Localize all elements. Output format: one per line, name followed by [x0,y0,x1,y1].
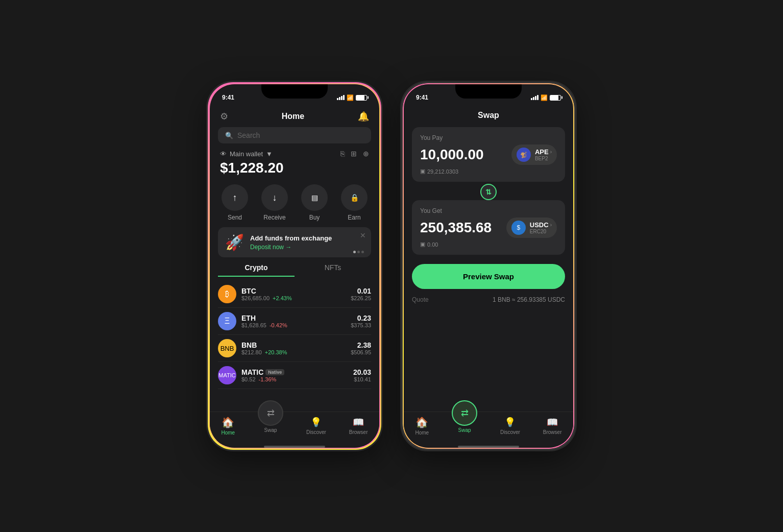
wallet-sub-icon: ▣ [420,168,425,175]
home-icon: 🏠 [415,416,428,428]
get-sub-amount: ▣ 0.00 [420,241,557,248]
pay-amount[interactable]: 10,000.00 [420,147,484,163]
swap-circle: ⇄ [452,400,477,426]
discover-icon: 💡 [310,417,322,428]
nav-home-label: Home [221,430,235,436]
page-title: Home [282,112,304,121]
send-button[interactable]: ↑ Send [222,184,248,221]
qr-icon[interactable]: ⊞ [351,150,357,158]
btc-value: 0.01 $226.25 [351,287,371,301]
buy-button[interactable]: ▤ Buy [301,184,328,221]
browser-icon: 📖 [547,417,558,428]
you-pay-row: 10,000.00 🐒 APE › BEP2 [420,144,557,165]
battery-icon [550,95,561,101]
wallet-action-icons: ⎘ ⊞ ⊕ [340,150,369,158]
tab-crypto[interactable]: Crypto [218,263,295,277]
discover-icon: 💡 [504,417,516,428]
preview-swap-button[interactable]: Preview Swap [412,264,565,289]
bell-icon[interactable]: 🔔 [358,111,369,122]
notch [455,84,522,99]
phone-home: 9:41 📶 ⚙ Home 🔔 [208,82,381,450]
swap-direction-icon[interactable]: ⇅ [480,184,497,200]
crypto-list: ₿ BTC $26,685.00 +2.43% 0.01 $226.25 [210,281,379,412]
swap-page-title: Swap [478,111,499,120]
home-header: ⚙ Home 🔔 [210,107,379,127]
eth-icon: Ξ [218,312,236,330]
swap-direction-divider: ⇅ [404,184,573,200]
signal-icon [531,95,539,100]
eth-info: ETH $1,628.65 -0.42% [241,314,287,328]
native-badge: Native [265,369,284,375]
bnb-value: 2.38 $506.95 [351,341,371,355]
status-icons: 📶 [337,94,367,101]
bnb-info: BNB $212.80 +20.38% [241,341,287,355]
quote-value: 1 BNB ≈ 256.93385 USDC [493,296,565,303]
chevron-down-icon: ▼ [266,150,273,158]
you-pay-label: You Pay [420,134,557,141]
matic-info: MATIC Native $0.52 -1.36% [241,368,284,382]
status-time: 9:41 [416,94,428,101]
nav-home[interactable]: 🏠 Home [221,416,235,436]
nav-swap-label: Swap [264,427,277,433]
nav-swap-label: Swap [458,427,471,433]
settings-icon[interactable]: ⚙ [220,111,228,122]
search-icon: 🔍 [225,132,233,139]
nav-discover[interactable]: 💡 Discover [306,417,326,435]
pay-sub-amount: ▣ 29,212.0303 [420,168,557,175]
battery-icon [356,95,367,101]
home-indicator [264,446,325,448]
notch [261,84,328,99]
eth-value: 0.23 $375.33 [351,314,371,328]
nav-browser[interactable]: 📖 Browser [349,417,368,435]
nav-swap[interactable]: ⇄ Swap [258,410,283,433]
home-icon: 🏠 [222,416,234,428]
usdc-token-info: USDC › ERC20 [530,221,552,234]
pay-token[interactable]: 🐒 APE › BEP2 [511,144,557,165]
nav-browser[interactable]: 📖 Browser [543,417,562,435]
search-bar[interactable]: 🔍 Search [218,127,371,143]
nav-discover[interactable]: 💡 Discover [500,417,520,435]
get-amount[interactable]: 250,385.68 [420,220,492,236]
earn-button[interactable]: 🔒 Earn [341,184,368,221]
signal-icon [337,95,345,100]
get-token[interactable]: $ USDC › ERC20 [506,217,557,238]
btc-info: BTC $26,685.00 +2.43% [241,287,292,301]
you-get-label: You Get [420,207,557,214]
tab-nfts[interactable]: NFTs [295,263,371,277]
wallet-label: 👁 Main wallet ▼ [220,150,273,158]
status-icons: 📶 [531,94,561,101]
list-item[interactable]: MATIC MATIC Native $0.52 -1.36% [218,362,371,389]
copy-icon[interactable]: ⎘ [340,150,345,158]
banner-image: 🚀 [225,233,244,251]
search-placeholder: Search [237,131,260,139]
bnb-icon: BNB [218,339,236,357]
banner-content: Add funds from exchange Deposit now → [250,234,332,251]
you-pay-card: You Pay 10,000.00 🐒 APE › BEP2 [412,127,565,182]
nav-discover-label: Discover [500,429,520,435]
swap-icon: ⇄ [267,407,275,419]
nav-browser-label: Browser [543,429,562,435]
btc-icon: ₿ [218,285,236,303]
nav-browser-label: Browser [349,429,368,435]
deposit-link[interactable]: Deposit now → [250,244,332,251]
close-icon[interactable]: ✕ [360,231,366,239]
you-get-card: You Get 250,385.68 $ USDC › ERC20 [412,200,565,255]
list-item[interactable]: ₿ BTC $26,685.00 +2.43% 0.01 $226.25 [218,281,371,308]
nav-swap[interactable]: ⇄ Swap [452,410,477,433]
receive-button[interactable]: ↓ Receive [261,184,288,221]
wallet-sub-icon: ▣ [420,241,425,248]
browser-icon: 📖 [353,417,364,428]
ape-token-icon: 🐒 [517,148,531,162]
nav-discover-label: Discover [306,429,326,435]
quote-row: Quote 1 BNB ≈ 256.93385 USDC [404,296,573,303]
matic-value: 20.03 $10.41 [353,368,371,382]
phone-swap: 9:41 📶 Swap [402,82,575,450]
list-item[interactable]: BNB BNB $212.80 +20.38% 2.38 $506.95 [218,335,371,362]
list-item[interactable]: Ξ ETH $1,628.65 -0.42% 0.23 $375.33 [218,308,371,335]
home-indicator [458,446,519,448]
action-buttons: ↑ Send ↓ Receive ▤ Buy 🔒 Earn [210,184,379,227]
usdc-token-icon: $ [511,221,526,235]
link-icon[interactable]: ⊕ [363,150,369,158]
matic-icon: MATIC [218,366,236,384]
nav-home[interactable]: 🏠 Home [415,416,429,436]
